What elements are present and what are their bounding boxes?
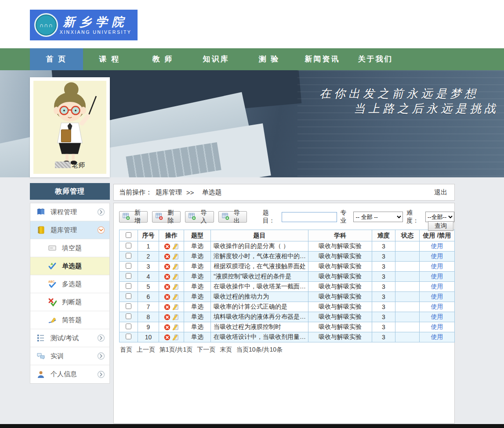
delete-row-icon[interactable]: [164, 253, 170, 260]
sidebar-item[interactable]: 个人信息: [30, 365, 109, 383]
col-header-use: 使用 /禁用: [420, 230, 455, 241]
use-toggle-link[interactable]: 使用: [431, 263, 443, 270]
sidebar-item-icon: [48, 298, 58, 306]
sidebar-item[interactable]: A 单选题: [30, 257, 109, 275]
breadcrumb-prefix: 当前操作：: [119, 188, 152, 197]
nav-item[interactable]: 首 页: [30, 48, 83, 70]
row-checkbox[interactable]: [126, 253, 131, 259]
cell-difficulty: 3: [372, 252, 395, 262]
edit-row-icon[interactable]: [172, 293, 179, 300]
nav-item[interactable]: 新闻资讯: [296, 48, 349, 70]
edit-row-icon[interactable]: [172, 273, 179, 280]
delete-row-icon[interactable]: [164, 273, 170, 280]
use-toggle-link[interactable]: 使用: [431, 303, 443, 310]
edit-row-icon[interactable]: [172, 313, 179, 320]
sidebar-item-label: 填空题: [62, 244, 82, 252]
pagination-last[interactable]: 末页: [220, 346, 232, 353]
row-checkbox[interactable]: [126, 293, 131, 299]
censored-name-block: [55, 162, 71, 168]
delete-row-icon[interactable]: [164, 294, 170, 300]
add-button[interactable]: 新增: [119, 211, 148, 223]
row-checkbox[interactable]: [126, 273, 131, 279]
university-name: 新乡学院: [58, 15, 133, 29]
delete-row-icon[interactable]: [164, 324, 170, 331]
use-toggle-link[interactable]: 使用: [431, 283, 443, 290]
sidebar-item[interactable]: 填空题: [30, 239, 109, 257]
row-checkbox[interactable]: [126, 263, 131, 269]
sidebar-item[interactable]: 判断题: [30, 293, 109, 311]
nav-item-label: 关于我们: [358, 55, 393, 63]
nav-item-label: 课 程: [99, 55, 120, 63]
nav-item[interactable]: 知识库: [189, 48, 243, 70]
use-toggle-link[interactable]: 使用: [431, 333, 443, 340]
import-button[interactable]: 导入: [185, 211, 214, 223]
col-header-no: 序号: [138, 230, 159, 241]
use-toggle-link[interactable]: 使用: [431, 252, 443, 259]
major-select[interactable]: -- 全部 --: [353, 212, 403, 222]
chevron-right-icon: [97, 370, 105, 378]
pagination-next[interactable]: 下一页: [197, 346, 215, 353]
cell-status: [395, 252, 420, 262]
use-toggle-link[interactable]: 使用: [431, 313, 443, 320]
edit-row-icon[interactable]: [172, 334, 179, 341]
edit-row-icon[interactable]: [172, 324, 179, 331]
cell-type: 单选: [184, 332, 211, 342]
sidebar-item-icon: [36, 370, 46, 379]
row-checkbox[interactable]: [126, 313, 131, 319]
breadcrumb-parent[interactable]: 题库管理: [156, 188, 182, 197]
sidebar-item[interactable]: 测试/考试: [30, 329, 109, 347]
edit-row-icon[interactable]: [172, 243, 179, 250]
export-button[interactable]: 导出: [218, 211, 247, 223]
edit-row-icon[interactable]: [172, 263, 179, 270]
sidebar-item[interactable]: ABC 多选题: [30, 275, 109, 293]
delete-row-icon[interactable]: [164, 314, 170, 320]
delete-button[interactable]: 删除: [152, 211, 181, 223]
use-toggle-link[interactable]: 使用: [431, 273, 443, 280]
nav-item[interactable]: 测 验: [243, 48, 296, 70]
use-toggle-link[interactable]: 使用: [431, 293, 443, 300]
edit-row-icon[interactable]: [172, 253, 179, 260]
sidebar-item-icon: A: [48, 262, 58, 270]
row-checkbox[interactable]: [126, 324, 131, 329]
logout-button[interactable]: 退出: [434, 188, 447, 197]
pagination-prev[interactable]: 上一页: [137, 346, 155, 353]
table-delete-icon: [156, 212, 163, 221]
sidebar-item[interactable]: 题库管理: [30, 221, 109, 239]
delete-row-icon[interactable]: [164, 334, 170, 341]
edit-row-icon[interactable]: [172, 303, 179, 310]
pagination-first[interactable]: 首页: [120, 346, 132, 353]
select-all-checkbox[interactable]: [126, 232, 131, 238]
delete-row-icon[interactable]: [164, 263, 170, 270]
delete-row-icon[interactable]: [164, 304, 170, 310]
sidebar-item[interactable]: 简答题: [30, 311, 109, 329]
breadcrumb-current: 单选题: [202, 188, 222, 197]
sidebar-item-label: 个人信息: [51, 370, 77, 378]
title-search-input[interactable]: [282, 212, 337, 222]
cell-no: 1: [138, 241, 159, 252]
nav-item[interactable]: 课 程: [83, 48, 136, 70]
table-row: 7 单选 吸收率的计算公式正确的是 吸收与解吸实验 3 使用: [120, 302, 455, 312]
sidebar-item-label: 判断题: [62, 298, 82, 306]
table-row: 3 单选 根据双膜理论，在气液接触界面处 吸收与解吸实验 3 使用: [120, 262, 455, 272]
table-row: 1 单选 吸收操作的目的是分离（ ） 吸收与解吸实验 3 使用: [120, 241, 455, 252]
difficulty-select[interactable]: --全部--: [425, 212, 454, 222]
row-checkbox[interactable]: [126, 303, 131, 309]
edit-row-icon[interactable]: [172, 283, 179, 290]
sidebar-item[interactable]: 实训: [30, 347, 109, 365]
cell-no: 7: [138, 302, 159, 312]
delete-row-icon[interactable]: [164, 284, 170, 290]
query-button[interactable]: 查询: [428, 221, 453, 231]
delete-row-icon[interactable]: [164, 243, 170, 250]
row-checkbox[interactable]: [126, 334, 131, 339]
use-toggle-link[interactable]: 使用: [431, 242, 443, 249]
row-checkbox[interactable]: [126, 283, 131, 289]
nav-item[interactable]: 教 师: [136, 48, 189, 70]
university-logo[interactable]: ∩∩∩ 新乡学院 XINXIANG UNIVERSITY: [30, 10, 138, 40]
cell-status: [395, 322, 420, 332]
sidebar-item[interactable]: 课程管理: [30, 203, 109, 221]
row-checkbox[interactable]: [126, 243, 131, 248]
cell-type: 单选: [184, 272, 211, 282]
use-toggle-link[interactable]: 使用: [431, 323, 443, 330]
nav-item[interactable]: 关于我们: [349, 48, 402, 70]
sidebar-item-icon: [36, 352, 46, 360]
